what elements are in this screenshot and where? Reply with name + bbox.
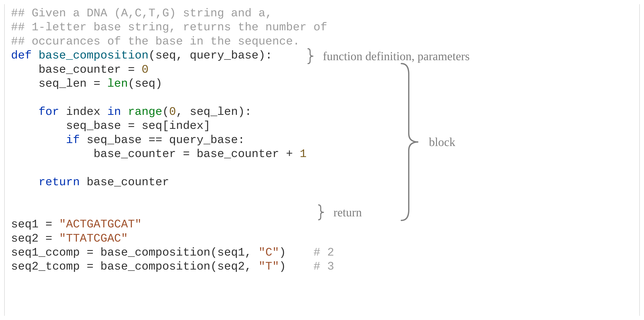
result-comment: # 2 [314,246,334,259]
var: base_counter [38,63,121,76]
return-keyword: return [38,176,80,189]
builtin-fn: range [128,105,162,118]
var: seq2_tcomp [11,260,80,273]
if-keyword: if [66,133,80,146]
var: seq2 [11,232,38,245]
number-literal: 0 [142,63,148,76]
param: seq [156,49,176,62]
comment-line: ## 1-letter base string, returns the num… [11,21,327,34]
code-block: ## Given a DNA (A,C,T,G) string and a, #… [11,6,633,274]
var: seq_base [66,119,121,132]
in-keyword: in [107,105,121,118]
comment-line: ## Given a DNA (A,C,T,G) string and a, [11,7,272,20]
var: seq1 [11,218,38,231]
loop-var: index [66,105,100,118]
var: seq1_ccomp [11,246,80,259]
string-literal: "TTATCGAC" [59,232,128,245]
result-comment: # 3 [314,260,334,273]
builtin-fn: len [107,77,128,90]
function-name: base_composition [38,49,148,62]
var: seq_len [38,77,87,90]
param: query_base [190,49,258,62]
for-keyword: for [38,105,59,118]
string-literal: "ACTGATGCAT" [59,218,142,231]
code-figure: ## Given a DNA (A,C,T,G) string and a, #… [4,4,640,316]
def-keyword: def [11,49,32,62]
comment-line: ## occurances of the base in the sequenc… [11,35,300,48]
